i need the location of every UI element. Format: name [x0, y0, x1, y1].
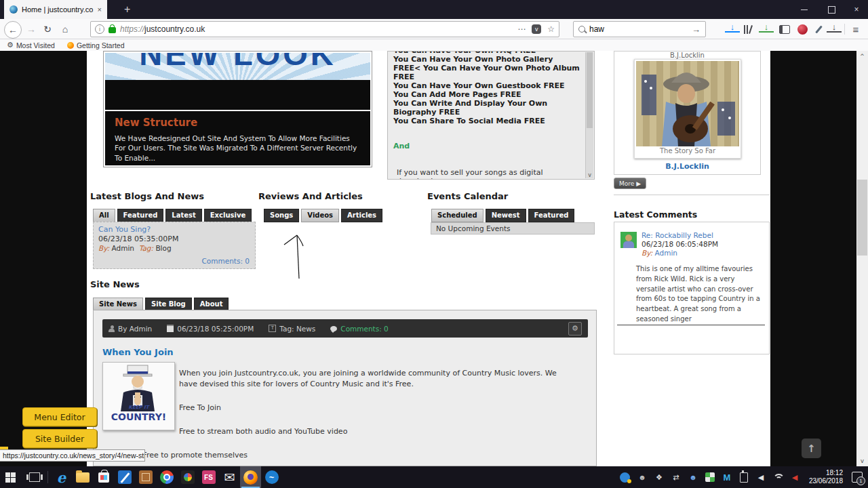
by-value[interactable]: Admin: [112, 244, 134, 252]
chrome-icon[interactable]: [156, 466, 177, 488]
featured-story-box[interactable]: NEW LOOK New Structure We Have Redesigne…: [103, 51, 372, 167]
scroll-down-icon[interactable]: v: [856, 458, 868, 464]
download-manager-icon[interactable]: ↓: [827, 23, 842, 33]
tab-close-icon[interactable]: ×: [98, 5, 102, 14]
green-download-icon[interactable]: ↓: [759, 23, 774, 33]
tab-site-blog[interactable]: Site Blog: [145, 298, 192, 311]
back-button[interactable]: ←: [4, 21, 22, 39]
artist-photo-frame[interactable]: The Story So Far: [634, 59, 741, 159]
info-icon[interactable]: i: [95, 24, 104, 34]
people-tray-icon[interactable]: ☻: [637, 472, 648, 483]
pocket-icon[interactable]: v: [532, 24, 541, 34]
refresh-button[interactable]: ↻: [39, 21, 56, 37]
meta-comments[interactable]: Comments: 0: [330, 325, 388, 333]
sync-tray-icon[interactable]: ⇄: [671, 472, 682, 483]
meta-tag[interactable]: T Tag: News: [269, 325, 315, 333]
tab-about[interactable]: About: [194, 298, 229, 311]
blog-post-title[interactable]: Can You Sing?: [98, 225, 250, 234]
store-icon[interactable]: [93, 466, 114, 488]
post-settings-gear-icon[interactable]: ⚙: [568, 322, 582, 336]
meta-author[interactable]: By Admin: [108, 325, 152, 333]
bookmark-star-icon[interactable]: ☆: [547, 24, 555, 34]
library-icon[interactable]: [741, 23, 756, 35]
start-button[interactable]: [0, 466, 21, 488]
malwarebytes-tray-icon[interactable]: M: [722, 472, 732, 483]
file-explorer-icon[interactable]: [72, 466, 93, 488]
eyedropper-icon[interactable]: [811, 23, 826, 35]
latest-comments-panel: Re: Rockabilly Rebel 06/23/18 06:05:48PM…: [614, 222, 770, 354]
back-to-top-button[interactable]: ↑: [802, 439, 821, 458]
speaker-tray-icon[interactable]: ◀: [755, 472, 766, 483]
mail-icon[interactable]: ✉: [219, 466, 240, 488]
menu-editor-button[interactable]: Menu Editor: [22, 407, 97, 426]
inner-scrollbar-thumb[interactable]: [587, 52, 593, 128]
article-title[interactable]: When You Join: [102, 347, 174, 357]
url-text[interactable]: https://justcountry.co.uk: [120, 24, 513, 34]
inner-scrollbar[interactable]: v: [585, 52, 593, 178]
tab-songs[interactable]: Songs: [264, 209, 299, 222]
window-minimize-button[interactable]: [791, 0, 818, 19]
wifi-tray-icon[interactable]: [772, 472, 783, 483]
user-tray-icon[interactable]: ☻: [688, 472, 698, 483]
tab-exclusive[interactable]: Exclusive: [204, 209, 252, 222]
blog-post-comments[interactable]: Comments: 0: [202, 257, 250, 265]
home-button[interactable]: ⌂: [57, 21, 73, 37]
thunderbird-icon[interactable]: ~: [261, 466, 282, 488]
firefox-taskbar-icon-active[interactable]: [240, 466, 261, 488]
defender-tray-icon[interactable]: [705, 472, 715, 483]
artist-card: B.J.Locklin The Story So: [614, 51, 761, 175]
taskbar-clock[interactable]: 18:12 23/06/2018: [809, 469, 843, 486]
edge-icon[interactable]: e: [51, 466, 72, 488]
help-tray-icon[interactable]: [620, 472, 631, 483]
usb-tray-icon[interactable]: [738, 472, 749, 483]
tab-latest[interactable]: Latest: [165, 209, 201, 222]
window-close-button[interactable]: ×: [843, 0, 868, 19]
scroll-up-icon[interactable]: ^: [856, 53, 868, 60]
tab-all[interactable]: All: [93, 209, 115, 222]
browser-scrollbar[interactable]: ^ v: [856, 51, 868, 466]
new-tab-button[interactable]: +: [124, 3, 130, 16]
by-value[interactable]: Admin: [655, 249, 677, 257]
orange-app-icon[interactable]: [135, 466, 156, 488]
search-bar[interactable]: haw →: [573, 21, 706, 37]
window-restore-button[interactable]: [818, 0, 845, 19]
tag-value[interactable]: Blog: [155, 244, 171, 252]
artist-link[interactable]: B.J.Locklin: [614, 162, 760, 171]
toolbar-separator: [844, 24, 845, 35]
tab-articles[interactable]: Articles: [341, 209, 382, 222]
bookmark-most-visited[interactable]: ⚙ Most Visited: [7, 41, 55, 49]
browser-tab-active[interactable]: Home | justcountry.co.uk ×: [4, 0, 107, 19]
task-view-button[interactable]: [24, 466, 45, 488]
faststone-icon[interactable]: FS: [198, 466, 219, 488]
search-input[interactable]: haw: [589, 24, 688, 34]
tab-site-news[interactable]: Site News: [93, 298, 143, 311]
pen-app-icon[interactable]: [114, 466, 135, 488]
clock-date: 23/06/2018: [809, 477, 843, 486]
page-actions-icon[interactable]: ⋯: [517, 24, 526, 34]
red-mute-tray-icon[interactable]: ◀: [789, 472, 800, 483]
artist-photo[interactable]: [636, 61, 739, 146]
notification-center-icon[interactable]: [852, 472, 863, 483]
comment-title[interactable]: Re: Rockabilly Rebel: [642, 231, 713, 239]
features-scrollbox[interactable]: You Can Have Your Own FAQ FREE You Can H…: [387, 51, 595, 180]
tab-videos[interactable]: Videos: [301, 209, 339, 222]
forward-button[interactable]: →: [23, 21, 39, 37]
more-button[interactable]: More ▶: [614, 178, 646, 189]
sidebars-icon[interactable]: [777, 23, 792, 35]
search-go-icon[interactable]: →: [692, 24, 701, 35]
tab-featured-events[interactable]: Featured: [528, 209, 575, 222]
featured-story-title[interactable]: New Structure: [115, 117, 361, 129]
url-bar[interactable]: i https://justcountry.co.uk ⋯ v ☆: [90, 21, 559, 37]
downloads-icon[interactable]: ↓: [725, 23, 740, 33]
bookmark-getting-started[interactable]: Getting Started: [67, 41, 125, 49]
adblock-icon[interactable]: [795, 23, 810, 35]
photos-app-icon[interactable]: [177, 466, 198, 488]
tab-scheduled[interactable]: Scheduled: [431, 209, 484, 222]
inner-scroll-down-icon[interactable]: v: [586, 172, 593, 178]
dropbox-tray-icon[interactable]: ❖: [654, 472, 665, 483]
menu-icon[interactable]: ≡: [848, 23, 863, 35]
scrollbar-thumb[interactable]: [857, 180, 867, 256]
tab-featured[interactable]: Featured: [117, 209, 164, 222]
tab-newest[interactable]: Newest: [486, 209, 526, 222]
site-builder-button[interactable]: Site Builder: [22, 429, 97, 448]
